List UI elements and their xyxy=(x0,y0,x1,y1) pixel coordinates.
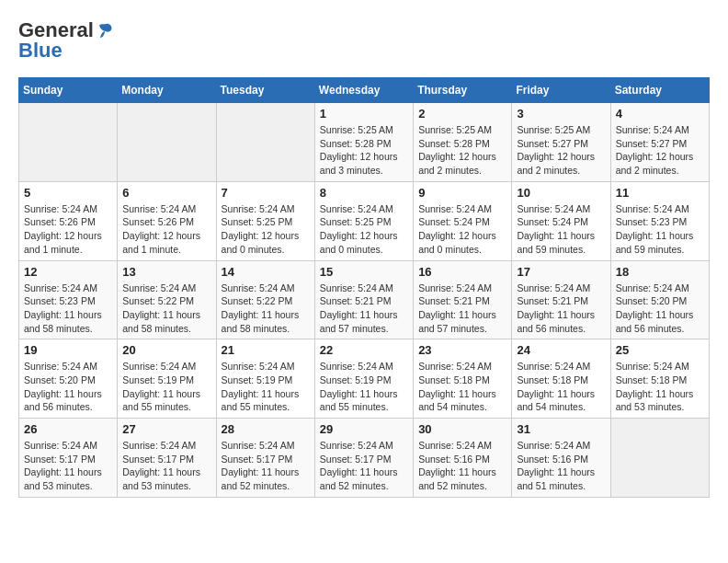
day-info: Sunrise: 5:24 AM Sunset: 5:17 PM Dayligh… xyxy=(24,439,112,493)
calendar-cell: 6Sunrise: 5:24 AM Sunset: 5:26 PM Daylig… xyxy=(118,181,216,260)
calendar-cell xyxy=(610,419,709,498)
calendar-cell xyxy=(216,103,314,182)
day-number: 17 xyxy=(517,265,605,279)
day-number: 29 xyxy=(320,422,408,436)
calendar-cell: 28Sunrise: 5:24 AM Sunset: 5:17 PM Dayli… xyxy=(216,419,314,498)
column-header-tuesday: Tuesday xyxy=(216,78,314,103)
day-number: 20 xyxy=(122,343,210,357)
calendar-cell: 24Sunrise: 5:24 AM Sunset: 5:18 PM Dayli… xyxy=(512,339,610,419)
calendar-cell: 21Sunrise: 5:24 AM Sunset: 5:19 PM Dayli… xyxy=(216,339,314,419)
day-number: 1 xyxy=(320,107,408,121)
calendar-week-row: 26Sunrise: 5:24 AM Sunset: 5:17 PM Dayli… xyxy=(19,419,710,498)
day-number: 26 xyxy=(24,422,112,436)
day-number: 24 xyxy=(517,343,605,357)
day-number: 8 xyxy=(320,186,408,200)
day-number: 9 xyxy=(418,186,506,200)
calendar-cell: 23Sunrise: 5:24 AM Sunset: 5:18 PM Dayli… xyxy=(414,339,512,419)
calendar-cell xyxy=(118,103,216,182)
day-number: 18 xyxy=(616,265,704,279)
day-info: Sunrise: 5:24 AM Sunset: 5:27 PM Dayligh… xyxy=(616,123,704,178)
calendar-cell: 4Sunrise: 5:24 AM Sunset: 5:27 PM Daylig… xyxy=(610,103,709,182)
calendar-table: SundayMondayTuesdayWednesdayThursdayFrid… xyxy=(18,77,710,498)
calendar-cell: 11Sunrise: 5:24 AM Sunset: 5:23 PM Dayli… xyxy=(610,181,709,260)
day-info: Sunrise: 5:24 AM Sunset: 5:19 PM Dayligh… xyxy=(320,360,408,414)
day-info: Sunrise: 5:25 AM Sunset: 5:28 PM Dayligh… xyxy=(418,123,506,178)
calendar-cell: 31Sunrise: 5:24 AM Sunset: 5:16 PM Dayli… xyxy=(512,419,610,498)
logo-blue-text: Blue xyxy=(18,39,63,63)
column-header-wednesday: Wednesday xyxy=(314,78,413,103)
calendar-cell: 30Sunrise: 5:24 AM Sunset: 5:16 PM Dayli… xyxy=(414,419,512,498)
column-header-sunday: Sunday xyxy=(19,78,118,103)
day-info: Sunrise: 5:25 AM Sunset: 5:27 PM Dayligh… xyxy=(517,123,605,178)
calendar-cell: 1Sunrise: 5:25 AM Sunset: 5:28 PM Daylig… xyxy=(314,103,413,182)
calendar-cell: 26Sunrise: 5:24 AM Sunset: 5:17 PM Dayli… xyxy=(19,419,118,498)
day-info: Sunrise: 5:24 AM Sunset: 5:22 PM Dayligh… xyxy=(222,282,310,336)
day-info: Sunrise: 5:24 AM Sunset: 5:21 PM Dayligh… xyxy=(517,282,605,336)
day-info: Sunrise: 5:24 AM Sunset: 5:17 PM Dayligh… xyxy=(122,439,210,493)
day-number: 15 xyxy=(320,265,408,279)
day-info: Sunrise: 5:24 AM Sunset: 5:23 PM Dayligh… xyxy=(616,202,704,257)
calendar-week-row: 1Sunrise: 5:25 AM Sunset: 5:28 PM Daylig… xyxy=(19,103,710,182)
calendar-cell: 17Sunrise: 5:24 AM Sunset: 5:21 PM Dayli… xyxy=(512,260,610,339)
day-info: Sunrise: 5:24 AM Sunset: 5:21 PM Dayligh… xyxy=(320,282,408,336)
day-number: 7 xyxy=(222,186,310,200)
day-number: 31 xyxy=(517,422,605,436)
calendar-cell: 7Sunrise: 5:24 AM Sunset: 5:25 PM Daylig… xyxy=(216,181,314,260)
day-info: Sunrise: 5:24 AM Sunset: 5:16 PM Dayligh… xyxy=(418,439,506,493)
day-info: Sunrise: 5:24 AM Sunset: 5:25 PM Dayligh… xyxy=(320,202,408,257)
day-info: Sunrise: 5:24 AM Sunset: 5:18 PM Dayligh… xyxy=(418,360,506,414)
calendar-cell: 3Sunrise: 5:25 AM Sunset: 5:27 PM Daylig… xyxy=(512,103,610,182)
calendar-week-row: 19Sunrise: 5:24 AM Sunset: 5:20 PM Dayli… xyxy=(19,339,710,419)
day-number: 5 xyxy=(24,186,112,200)
day-number: 16 xyxy=(418,265,506,279)
calendar-cell: 5Sunrise: 5:24 AM Sunset: 5:26 PM Daylig… xyxy=(19,181,118,260)
calendar-header-row: SundayMondayTuesdayWednesdayThursdayFrid… xyxy=(19,78,710,103)
day-info: Sunrise: 5:24 AM Sunset: 5:17 PM Dayligh… xyxy=(320,439,408,493)
day-info: Sunrise: 5:24 AM Sunset: 5:24 PM Dayligh… xyxy=(418,202,506,257)
calendar-week-row: 12Sunrise: 5:24 AM Sunset: 5:23 PM Dayli… xyxy=(19,260,710,339)
day-info: Sunrise: 5:24 AM Sunset: 5:18 PM Dayligh… xyxy=(517,360,605,414)
column-header-friday: Friday xyxy=(512,78,610,103)
day-number: 11 xyxy=(616,186,704,200)
day-number: 4 xyxy=(616,107,704,121)
day-number: 22 xyxy=(320,343,408,357)
day-info: Sunrise: 5:24 AM Sunset: 5:20 PM Dayligh… xyxy=(616,282,704,336)
day-number: 28 xyxy=(222,422,310,436)
logo-bird-icon xyxy=(96,21,114,40)
day-number: 10 xyxy=(517,186,605,200)
calendar-cell: 10Sunrise: 5:24 AM Sunset: 5:24 PM Dayli… xyxy=(512,181,610,260)
day-info: Sunrise: 5:24 AM Sunset: 5:21 PM Dayligh… xyxy=(418,282,506,336)
day-number: 3 xyxy=(517,107,605,121)
column-header-saturday: Saturday xyxy=(610,78,709,103)
day-number: 21 xyxy=(222,343,310,357)
day-info: Sunrise: 5:24 AM Sunset: 5:26 PM Dayligh… xyxy=(24,202,112,257)
calendar-cell: 2Sunrise: 5:25 AM Sunset: 5:28 PM Daylig… xyxy=(414,103,512,182)
page-header: General Blue xyxy=(18,18,710,63)
day-number: 27 xyxy=(122,422,210,436)
day-info: Sunrise: 5:24 AM Sunset: 5:19 PM Dayligh… xyxy=(222,360,310,414)
calendar-cell: 22Sunrise: 5:24 AM Sunset: 5:19 PM Dayli… xyxy=(314,339,413,419)
day-info: Sunrise: 5:24 AM Sunset: 5:19 PM Dayligh… xyxy=(122,360,210,414)
calendar-cell: 9Sunrise: 5:24 AM Sunset: 5:24 PM Daylig… xyxy=(414,181,512,260)
day-info: Sunrise: 5:24 AM Sunset: 5:16 PM Dayligh… xyxy=(517,439,605,493)
day-number: 6 xyxy=(122,186,210,200)
calendar-cell: 14Sunrise: 5:24 AM Sunset: 5:22 PM Dayli… xyxy=(216,260,314,339)
day-number: 23 xyxy=(418,343,506,357)
calendar-cell xyxy=(19,103,118,182)
day-info: Sunrise: 5:24 AM Sunset: 5:17 PM Dayligh… xyxy=(222,439,310,493)
calendar-cell: 19Sunrise: 5:24 AM Sunset: 5:20 PM Dayli… xyxy=(19,339,118,419)
day-info: Sunrise: 5:24 AM Sunset: 5:26 PM Dayligh… xyxy=(122,202,210,257)
calendar-cell: 13Sunrise: 5:24 AM Sunset: 5:22 PM Dayli… xyxy=(118,260,216,339)
calendar-week-row: 5Sunrise: 5:24 AM Sunset: 5:26 PM Daylig… xyxy=(19,181,710,260)
calendar-cell: 18Sunrise: 5:24 AM Sunset: 5:20 PM Dayli… xyxy=(610,260,709,339)
day-number: 30 xyxy=(418,422,506,436)
day-info: Sunrise: 5:24 AM Sunset: 5:18 PM Dayligh… xyxy=(616,360,704,414)
day-info: Sunrise: 5:24 AM Sunset: 5:23 PM Dayligh… xyxy=(24,282,112,336)
calendar-cell: 25Sunrise: 5:24 AM Sunset: 5:18 PM Dayli… xyxy=(610,339,709,419)
calendar-cell: 12Sunrise: 5:24 AM Sunset: 5:23 PM Dayli… xyxy=(19,260,118,339)
day-number: 13 xyxy=(122,265,210,279)
column-header-monday: Monday xyxy=(118,78,216,103)
column-header-thursday: Thursday xyxy=(414,78,512,103)
calendar-cell: 16Sunrise: 5:24 AM Sunset: 5:21 PM Dayli… xyxy=(414,260,512,339)
day-number: 12 xyxy=(24,265,112,279)
